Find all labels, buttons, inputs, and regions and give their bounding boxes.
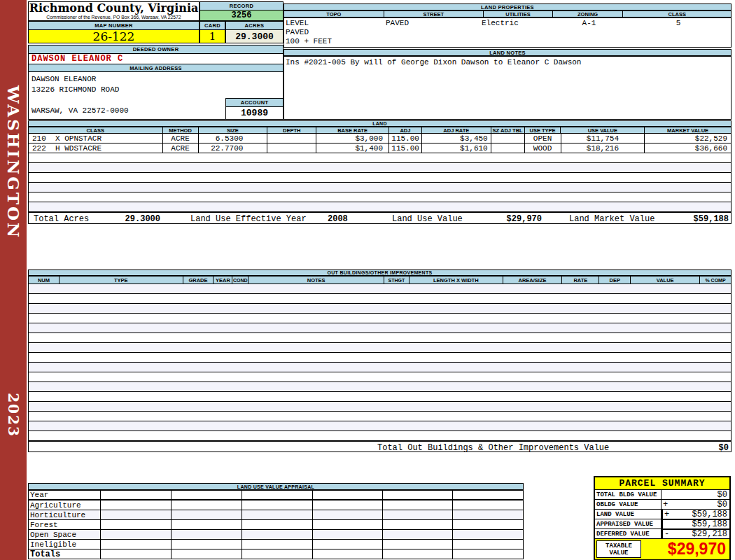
summary-value: $0	[671, 500, 729, 509]
col-value: VALUE	[631, 276, 700, 284]
empty-land-row	[28, 202, 732, 212]
col-type: TYPE	[59, 276, 183, 284]
topo-value-2: PAVED	[286, 28, 309, 36]
cell-market-value: $36,660	[645, 144, 731, 153]
county-title: Richmond County, Virginia	[29, 2, 199, 15]
cell-base-rate: $1,400	[316, 144, 389, 153]
county-header-box: Richmond County, Virginia Commissioner o…	[28, 1, 200, 21]
empty-outbuilding-row	[28, 323, 732, 333]
appraisal-row-label: Agriculture	[28, 500, 101, 510]
property-record-card: WASHINGTON 2023 Richmond County, Virgini…	[0, 0, 735, 560]
column-class: CLASS	[623, 11, 731, 17]
taxable-value-row: TAXABLE VALUE $29,970	[595, 539, 729, 559]
land-properties-columns: TOPO STREET UTILITIES ZONING CLASS	[284, 10, 732, 18]
col-notes: NOTES	[248, 276, 384, 284]
cell-depth	[267, 134, 316, 143]
empty-outbuilding-row	[28, 372, 732, 382]
col-cond: COND	[232, 276, 248, 284]
parcel-summary: PARCEL SUMMARY TOTAL BLDG VALUE $0 OBLDG…	[594, 476, 731, 560]
empty-land-row	[28, 192, 732, 202]
empty-outbuilding-row	[28, 412, 732, 421]
cell-method: ACRE	[163, 144, 199, 153]
appraisal-row-year: Year	[28, 490, 524, 500]
summary-row-land-value: LAND VALUE +$59,188	[595, 510, 729, 519]
column-zoning: ZONING	[553, 11, 624, 17]
col-num: NUM	[29, 276, 59, 284]
summary-row-obldg: OBLDG VALUE +$0	[595, 500, 729, 510]
out-buildings-total-label: Total Out Buildings & Other Improvements…	[377, 443, 609, 453]
summary-op: +	[662, 500, 671, 509]
cell-adj-rate: $3,450	[422, 134, 491, 143]
topo-value-1: LEVEL	[286, 19, 309, 27]
cell-size: 22.7700	[199, 144, 268, 153]
appraisal-row-open-space: Open Space	[28, 530, 524, 540]
land-row: 210 X OPNSTACR ACRE 6.5300 $3,000 115.00…	[28, 134, 732, 144]
empty-land-row	[28, 183, 732, 192]
col-use-value: USE VALUE	[561, 127, 645, 133]
column-street: STREET	[384, 11, 484, 17]
col-sz-adj-tbl: SZ ADJ TBL	[491, 127, 525, 133]
cell-depth	[267, 144, 316, 153]
sidebar: WASHINGTON 2023	[0, 0, 27, 560]
commissioner-line: Commissioner of the Revenue, PO Box 366,…	[29, 15, 199, 20]
land-row: 222 H WDSTACRE ACRE 22.7700 $1,400 115.0…	[28, 144, 732, 153]
cell-sz-adj-tbl	[491, 134, 525, 143]
cell-use-type: WOOD	[525, 144, 561, 153]
cell-sz-adj-tbl	[491, 144, 525, 153]
summary-value: $29,218	[673, 529, 729, 538]
appraisal-row-totals: Totals	[28, 550, 524, 559]
cell-base-rate: $3,000	[316, 134, 389, 143]
land-totals-row: Total Acres 29.3000 Land Use Effective Y…	[28, 212, 732, 224]
topo-value-3: 100 + FEET	[286, 37, 332, 46]
appraisal-row-agriculture: Agriculture	[28, 500, 524, 510]
sidebar-district-label: WASHINGTON	[4, 85, 23, 239]
acres-value: 29.3000	[225, 29, 284, 43]
summary-value: $59,188	[673, 519, 729, 528]
empty-outbuilding-row	[28, 363, 732, 372]
utilities-value: Electric	[482, 19, 519, 27]
out-buildings-header: OUT BUILDINGS/OTHER IMPROVEMENTS	[28, 270, 732, 276]
col-area-size: AREA/SIZE	[503, 276, 563, 284]
appraisal-row-label: Ineligible	[28, 540, 101, 550]
summary-value: $0	[671, 490, 729, 499]
empty-outbuilding-row	[28, 314, 732, 323]
col-adj: ADJ	[389, 127, 422, 133]
class-value: 5	[624, 19, 732, 27]
cell-use-value: $18,216	[561, 144, 645, 153]
cell-adj: 115.00	[389, 134, 422, 143]
empty-outbuilding-row	[28, 294, 732, 304]
land-notes-header: LAND NOTES	[284, 49, 732, 56]
land-use-appraisal-header: LAND USE VALUE APPRAISAL	[28, 483, 524, 490]
empty-outbuilding-row	[28, 333, 732, 343]
land-properties-values: LEVEL PAVED Electric A-1 5 PAVED 100 + F…	[284, 18, 732, 48]
summary-label: OBLDG VALUE	[595, 500, 662, 510]
taxable-value: $29,970	[668, 540, 726, 559]
empty-land-row	[28, 173, 732, 183]
col-depth: DEPTH	[267, 127, 316, 133]
appraisal-row-forest: Forest	[28, 520, 524, 530]
empty-outbuilding-row	[28, 353, 732, 363]
effective-year-label: Land Use Effective Year	[190, 214, 307, 224]
total-acres-label: Total Acres	[34, 214, 89, 224]
empty-outbuilding-row	[28, 402, 732, 412]
col-class: CLASS	[29, 127, 163, 133]
out-buildings-total-row: Total Out Buildings & Other Improvements…	[28, 441, 732, 452]
land-properties-header: LAND PROPERTIES	[284, 4, 732, 10]
empty-outbuilding-row	[28, 304, 732, 314]
col-method: METHOD	[163, 127, 199, 133]
cell-use-type: OPEN	[525, 134, 561, 143]
summary-label: DEFERRED VALUE	[595, 529, 662, 539]
empty-land-row	[28, 153, 732, 163]
record-value: 3256	[200, 10, 284, 21]
summary-op: +	[663, 510, 673, 519]
cell-method: ACRE	[163, 134, 199, 143]
address-line: WARSAW, VA 22572-0000	[31, 106, 129, 115]
empty-outbuilding-row	[28, 343, 732, 353]
empty-outbuilding-row	[28, 431, 732, 441]
sidebar-year-label: 2023	[5, 393, 22, 438]
land-market-value: $59,188	[680, 214, 729, 224]
land-use-value: $29,970	[487, 214, 542, 224]
column-topo: TOPO	[284, 11, 384, 17]
col-length-width: LENGTH X WIDTH	[410, 276, 503, 284]
appraisal-row-label: Totals	[28, 550, 101, 559]
